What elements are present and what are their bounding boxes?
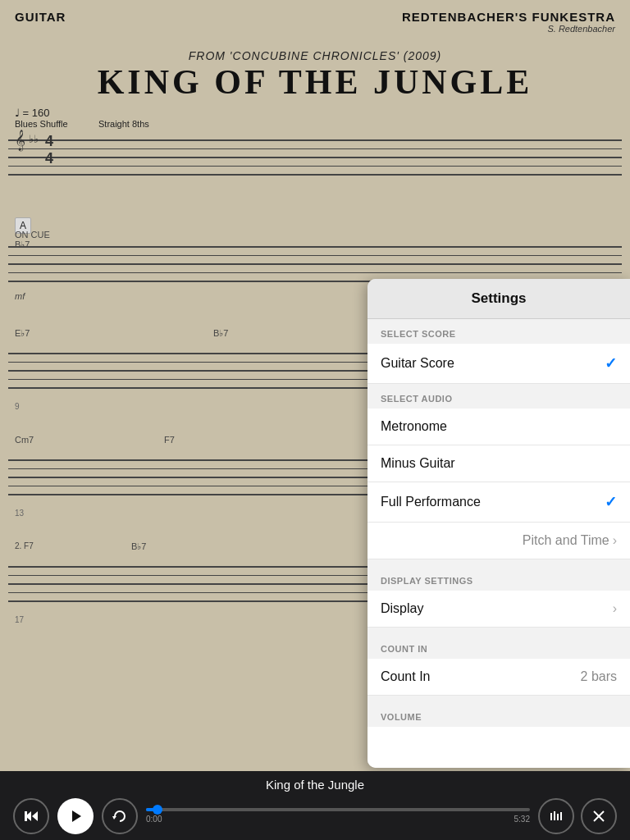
full-performance-label: Full Performance [381, 495, 481, 509]
count-in-header: COUNT IN [368, 634, 630, 659]
minus-guitar-label: Minus Guitar [381, 456, 455, 471]
player-title: King of the Jungle [266, 778, 364, 792]
count-in-row[interactable]: Count In 2 bars [368, 659, 630, 696]
pitch-and-time-label: Pitch and Time › [523, 533, 617, 548]
display-settings-header: DISPLAY SETTINGS [368, 566, 630, 591]
count-in-label: Count In [381, 669, 430, 684]
svg-rect-8 [560, 812, 562, 820]
guitar-score-row[interactable]: Guitar Score ✓ [368, 344, 630, 384]
display-row[interactable]: Display › [368, 591, 630, 628]
composer-name: S. Redtenbacher [402, 24, 615, 34]
close-button[interactable] [581, 798, 617, 834]
select-audio-header: SELECT AUDIO [368, 384, 630, 409]
svg-marker-2 [32, 811, 38, 821]
time-labels: 0:00 5:32 [146, 815, 530, 824]
display-label: Display [381, 601, 423, 616]
svg-marker-3 [72, 810, 81, 822]
settings-panel: Settings SELECT SCORE Guitar Score ✓ SEL… [368, 279, 630, 768]
band-info: REDTENBACHER'S FUNKESTRA S. Redtenbacher [402, 10, 615, 34]
staff-row-1: 𝄞 ♭♭ 44 [0, 115, 630, 213]
score-subtitle: FROM 'CONCUBINE CHRONICLES' (2009) [0, 49, 630, 62]
skip-back-button[interactable] [13, 798, 49, 834]
select-score-header: SELECT SCORE [368, 319, 630, 344]
minus-guitar-row[interactable]: Minus Guitar [368, 445, 630, 482]
progress-area[interactable]: 0:00 5:32 [146, 808, 530, 824]
metronome-row[interactable]: Metronome [368, 409, 630, 445]
full-performance-checkmark: ✓ [605, 493, 617, 511]
settings-title-bar: Settings [368, 279, 630, 319]
full-performance-row[interactable]: Full Performance ✓ [368, 482, 630, 523]
display-chevron: › [613, 601, 617, 616]
loop-button[interactable] [102, 798, 138, 834]
top-bar: GUITAR REDTENBACHER'S FUNKESTRA S. Redte… [0, 0, 630, 45]
score-title: KING OF THE JUNGLE [0, 62, 630, 102]
svg-rect-6 [554, 811, 555, 820]
current-time: 0:00 [146, 815, 162, 824]
player-bar: King of the Jungle [0, 771, 630, 840]
svg-marker-4 [112, 816, 116, 819]
count-in-value: 2 bars [581, 669, 617, 684]
volume-row [368, 727, 630, 768]
divider-1 [368, 559, 630, 566]
total-time: 5:32 [514, 815, 530, 824]
svg-rect-1 [25, 811, 27, 821]
right-buttons [538, 798, 617, 834]
metronome-label: Metronome [381, 419, 447, 434]
instrument-label: GUITAR [15, 10, 66, 24]
player-controls: 0:00 5:32 [0, 798, 630, 834]
band-name: REDTENBACHER'S FUNKESTRA [402, 10, 615, 24]
progress-thumb [153, 805, 162, 815]
pitch-and-time-row[interactable]: Pitch and Time › [368, 523, 630, 559]
play-button[interactable] [57, 798, 94, 834]
guitar-score-label: Guitar Score [381, 356, 454, 371]
progress-track[interactable] [146, 808, 530, 811]
settings-title: Settings [471, 290, 526, 306]
pitch-time-chevron: › [613, 533, 617, 548]
divider-3 [368, 696, 630, 702]
volume-header: VOLUME [368, 702, 630, 727]
svg-rect-5 [550, 813, 552, 820]
eq-button[interactable] [538, 798, 574, 834]
svg-rect-7 [557, 814, 559, 820]
guitar-score-checkmark: ✓ [605, 354, 617, 372]
divider-2 [368, 628, 630, 634]
